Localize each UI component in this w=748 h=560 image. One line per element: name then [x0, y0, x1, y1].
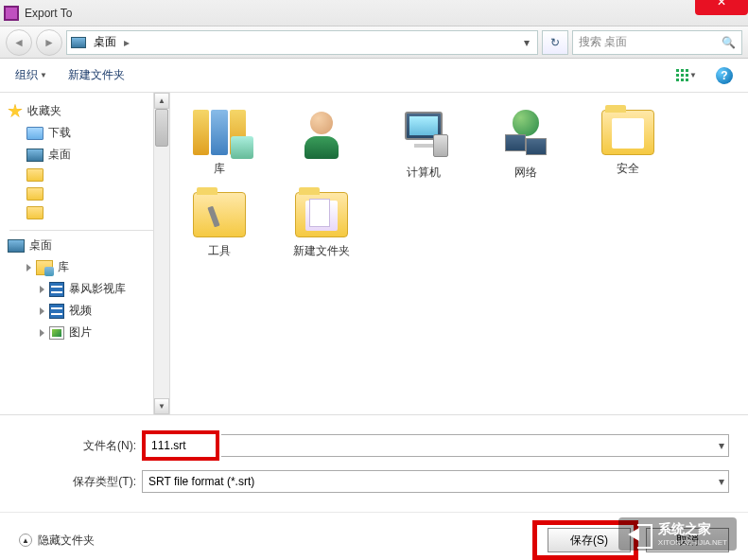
sidebar-video[interactable]: 视频 — [6, 300, 165, 322]
divider — [9, 230, 162, 231]
sidebar-item-label: 暴风影视库 — [69, 281, 126, 297]
watermark: 系统之家 XITONGZHIJIA.NET — [618, 517, 737, 551]
scroll-up-icon[interactable]: ▲ — [154, 93, 169, 109]
sidebar-folder-1[interactable] — [6, 166, 165, 184]
bottom-panel: 文件名(N): 111.srt ▾ 保存类型(T): SRT file form… — [0, 414, 748, 512]
sidebar-item-label: 视频 — [69, 303, 92, 319]
scroll-thumb[interactable] — [155, 109, 168, 147]
grid-icon — [676, 69, 689, 82]
desktop-icon — [26, 149, 43, 162]
filename-input-ext[interactable]: ▾ — [221, 434, 729, 457]
item-network[interactable]: 网络 — [488, 110, 564, 181]
sidebar-library[interactable]: 库 — [6, 256, 165, 278]
tree: 收藏夹 下载 桌面 桌面 — [0, 93, 169, 351]
item-label: 工具 — [208, 243, 231, 259]
forward-button[interactable]: ► — [36, 29, 62, 56]
filename-highlight: 111.srt — [142, 430, 219, 461]
breadcrumb[interactable]: 桌面 — [90, 34, 120, 50]
organize-label: 组织 — [15, 67, 38, 83]
watermark-sub: XITONGZHIJIA.NET — [658, 538, 727, 547]
computer-icon — [397, 110, 450, 159]
folder-icon — [26, 187, 43, 201]
collapse-icon: ▲ — [19, 534, 32, 547]
expand-icon[interactable] — [40, 307, 44, 315]
refresh-button[interactable]: ↻ — [542, 30, 568, 55]
toolbar: 组织 ▼ 新建文件夹 ▼ ? — [0, 59, 748, 93]
hide-folders-label: 隐藏文件夹 — [38, 533, 95, 549]
chevron-down-icon: ▼ — [40, 71, 47, 79]
folder-icon — [601, 110, 654, 155]
watermark-text: 系统之家 — [658, 521, 727, 538]
library-icon — [36, 260, 53, 275]
expand-icon[interactable] — [40, 286, 44, 293]
sidebar: 收藏夹 下载 桌面 桌面 — [0, 93, 170, 414]
item-security[interactable]: 安全 — [590, 110, 666, 181]
user-icon — [295, 110, 348, 163]
search-input[interactable]: 搜索 桌面 🔍 — [572, 30, 742, 55]
close-icon: ✕ — [717, 0, 726, 9]
app-icon — [4, 6, 19, 21]
video-icon — [49, 304, 64, 319]
star-icon — [8, 104, 23, 119]
item-label: 网络 — [514, 165, 537, 181]
expand-icon[interactable] — [40, 329, 44, 337]
item-tools[interactable]: 工具 — [182, 192, 257, 259]
icon-grid: 库 计算机 网络 安全 工具 — [182, 110, 737, 259]
folder-icon — [26, 206, 43, 219]
sidebar-item-label: 收藏夹 — [27, 103, 61, 119]
item-library[interactable]: 库 — [182, 110, 257, 181]
sidebar-item-label: 库 — [58, 259, 69, 275]
filename-row: 文件名(N): 111.srt ▾ — [19, 430, 729, 461]
hide-folders-button[interactable]: ▲ 隐藏文件夹 — [19, 533, 95, 549]
help-icon: ? — [716, 67, 733, 84]
sidebar-desktop[interactable]: 桌面 — [6, 144, 165, 166]
window-title: Export To — [25, 7, 72, 20]
save-label: 保存(S) — [570, 533, 608, 549]
sidebar-item-label: 桌面 — [29, 237, 52, 254]
item-label: 计算机 — [407, 165, 441, 181]
sidebar-item-label: 桌面 — [48, 147, 71, 163]
item-new-folder[interactable]: 新建文件夹 — [284, 192, 359, 259]
sidebar-downloads[interactable]: 下载 — [6, 122, 165, 144]
close-button[interactable]: ✕ — [695, 0, 748, 15]
library-icon — [193, 110, 246, 155]
chevron-down-icon[interactable]: ▾ — [719, 475, 724, 488]
chevron-down-icon[interactable]: ▾ — [520, 36, 533, 49]
sidebar-desktop-root[interactable]: 桌面 — [6, 235, 165, 256]
item-user[interactable] — [284, 110, 359, 181]
folder-icon — [295, 192, 348, 237]
sidebar-folder-2[interactable] — [6, 184, 165, 203]
filetype-select[interactable]: SRT file format (*.srt) ▾ — [142, 470, 729, 493]
titlebar: Export To ✕ — [0, 0, 748, 26]
sidebar-pictures[interactable]: 图片 — [6, 322, 165, 343]
sidebar-stormlib[interactable]: 暴风影视库 — [6, 278, 165, 300]
sidebar-folder-3[interactable] — [6, 203, 165, 222]
chevron-down-icon: ▼ — [689, 71, 697, 79]
desktop-icon — [71, 37, 86, 48]
search-placeholder: 搜索 桌面 — [579, 34, 627, 50]
sidebar-favorites[interactable]: 收藏夹 — [6, 100, 165, 122]
sidebar-item-label: 图片 — [69, 324, 92, 341]
new-folder-button[interactable]: 新建文件夹 — [66, 63, 127, 87]
filetype-row: 保存类型(T): SRT file format (*.srt) ▾ — [19, 470, 729, 493]
view-button[interactable]: ▼ — [676, 65, 697, 86]
folder-icon — [26, 127, 43, 140]
chevron-right-icon[interactable]: ▸ — [124, 36, 130, 49]
desktop-icon — [8, 239, 25, 253]
scroll-down-icon[interactable]: ▼ — [154, 398, 169, 414]
item-computer[interactable]: 计算机 — [386, 110, 461, 181]
filename-label: 文件名(N): — [19, 438, 142, 454]
organize-button[interactable]: 组织 ▼ — [13, 63, 49, 87]
back-button[interactable]: ◄ — [6, 29, 32, 56]
help-button[interactable]: ? — [714, 65, 735, 86]
sidebar-scrollbar[interactable]: ▲ ▼ — [153, 93, 169, 414]
body: 收藏夹 下载 桌面 桌面 — [0, 93, 748, 414]
filename-input[interactable]: 111.srt — [146, 434, 216, 457]
item-label: 安全 — [617, 161, 639, 177]
picture-icon — [49, 326, 64, 340]
address-bar[interactable]: 桌面 ▸ ▾ — [66, 30, 538, 55]
file-area[interactable]: 库 计算机 网络 安全 工具 — [170, 93, 748, 414]
chevron-down-icon[interactable]: ▾ — [719, 439, 724, 452]
expand-icon[interactable] — [26, 264, 31, 271]
item-label: 新建文件夹 — [293, 243, 350, 259]
